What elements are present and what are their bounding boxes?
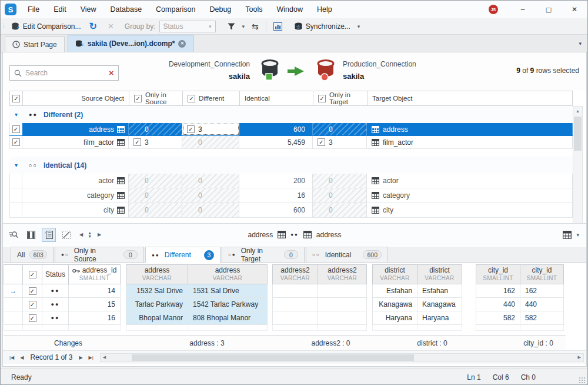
minimize-button[interactable]: – — [510, 1, 536, 18]
only-in-target-cell[interactable]: 0 — [313, 203, 367, 217]
column-status[interactable]: Status — [42, 264, 69, 284]
tab-only-in-source[interactable]: ●○ Only in Source 0 — [55, 247, 144, 262]
scrollbar-thumb[interactable] — [574, 117, 582, 151]
column-source-object[interactable]: Source Object — [22, 91, 129, 105]
address-target-cell[interactable]: 808 Bhopal Manor — [188, 311, 268, 325]
address-id-cell[interactable]: 15 — [69, 298, 121, 311]
column-only-in-target[interactable]: ✓Only in Target — [313, 91, 367, 105]
address-target-cell[interactable]: 1531 Sal Drive — [188, 284, 268, 298]
report-button[interactable] — [270, 21, 286, 32]
different-cell[interactable]: 0 — [182, 174, 239, 188]
address-source-cell[interactable]: Bhopal Manor — [126, 311, 188, 325]
tab-document[interactable]: sakila (Deve...ion).dcomp* ✕ — [68, 35, 194, 52]
tab-close-icon[interactable]: ✕ — [178, 40, 186, 48]
menu-window[interactable]: Window — [270, 3, 309, 16]
grid-view-icon[interactable] — [563, 231, 572, 239]
column-address-id[interactable]: address_id SMALLINT — [69, 264, 121, 284]
object-grid-scrollbar[interactable]: ▲ ▼ — [573, 106, 583, 238]
only-in-target-cell[interactable]: ✓3 — [313, 136, 367, 148]
column-district-target[interactable]: districtVARCHAR — [417, 264, 462, 284]
only-in-source-cell[interactable]: ✓3 — [129, 136, 182, 148]
column-address2-target[interactable]: address2VARCHAR — [318, 264, 367, 284]
address2-target-cell[interactable] — [318, 284, 367, 298]
city-id-source-cell[interactable]: 440 — [476, 298, 520, 311]
address2-source-cell[interactable] — [272, 284, 318, 298]
tab-only-in-target[interactable]: ○● Only in Target 0 — [222, 247, 305, 262]
only-in-source-cell[interactable]: 0 — [129, 174, 182, 188]
object-row-actor[interactable]: actor 0 0 200 0 actor — [9, 174, 573, 188]
refresh-icon[interactable]: ↻ — [85, 21, 102, 32]
search-clear-icon[interactable]: ✕ — [109, 69, 114, 77]
scroll-right-icon[interactable]: ▶ — [576, 355, 583, 360]
different-cell[interactable]: 0 — [182, 203, 239, 217]
edit-comparison-button[interactable]: Edit Comparison... — [8, 21, 85, 32]
user-avatar[interactable]: JS — [489, 5, 498, 14]
only-in-target-cell[interactable]: 0 — [313, 174, 367, 188]
identical-cell[interactable]: 200 — [239, 174, 313, 188]
column-only-in-source[interactable]: ✓Only in Source — [129, 91, 182, 105]
group-header-different[interactable]: ▾ ●● Different (2) — [9, 106, 573, 123]
object-row-city[interactable]: city 0 0 600 0 city — [9, 203, 573, 218]
source-object-cell[interactable]: actor — [22, 174, 129, 188]
column-city-id-source[interactable]: city_idSMALLINT — [476, 264, 520, 284]
synchronize-button[interactable]: Synchronize... — [290, 21, 354, 32]
prev-record-icon[interactable]: ◀ — [17, 355, 26, 360]
only-in-target-checkbox[interactable]: ✓ — [318, 95, 326, 102]
object-row-category[interactable]: category 0 0 16 0 category — [9, 188, 573, 203]
identical-cell[interactable]: 16 — [239, 188, 313, 203]
only-in-source-cell[interactable]: 0 — [129, 188, 182, 203]
row-checkbox-cell[interactable]: ✓ — [9, 136, 22, 148]
district-source-cell[interactable]: Haryana — [372, 311, 417, 325]
source-object-cell[interactable]: address — [22, 123, 129, 135]
city-id-target-cell[interactable]: 582 — [520, 311, 564, 325]
next-column-icon[interactable]: ▶ — [98, 232, 101, 237]
different-checkbox[interactable]: ✓ — [188, 95, 195, 102]
menu-debug[interactable]: Debug — [203, 3, 238, 16]
filter-button[interactable] — [224, 21, 239, 32]
tab-all[interactable]: All 603 — [11, 247, 54, 262]
record-checkbox-cell[interactable]: ✓ — [23, 298, 42, 311]
group-header-identical[interactable]: ▾ ○○ Identical (14) — [9, 157, 573, 174]
menu-help[interactable]: Help — [310, 3, 339, 16]
card-view-button[interactable] — [42, 228, 56, 242]
target-object-cell[interactable]: address — [367, 123, 573, 135]
next-record-icon[interactable]: ▶ — [76, 355, 85, 360]
different-cell[interactable]: 0 — [182, 136, 239, 148]
only-in-source-checkbox[interactable]: ✓ — [134, 95, 142, 102]
collapse-icon[interactable]: ▾ — [15, 162, 23, 168]
spin-down-icon[interactable]: ▼ — [88, 235, 92, 238]
row-checkbox-cell[interactable] — [9, 203, 22, 217]
filter-dropdown-icon[interactable]: ▾ — [239, 24, 249, 29]
identical-cell[interactable]: 5,459 — [239, 136, 313, 148]
menu-tools[interactable]: Tools — [239, 3, 269, 16]
record-spinner[interactable]: ▲ ▼ — [88, 231, 92, 238]
first-record-icon[interactable]: |◀ — [6, 355, 17, 360]
record-row[interactable]: ✓ ●● 15 Tarlac Parkway 1542 Tarlac Parkw… — [4, 298, 566, 311]
different-cell[interactable]: 0 — [182, 188, 239, 203]
scrollbar-thumb[interactable] — [132, 354, 414, 361]
target-object-cell[interactable]: city — [367, 203, 573, 217]
district-target-cell[interactable]: Haryana — [417, 311, 462, 325]
city-id-source-cell[interactable]: 162 — [476, 284, 520, 298]
only-in-source-cell[interactable]: 0 — [129, 203, 182, 217]
collapse-icon[interactable]: ▾ — [15, 111, 23, 118]
column-city-id-target[interactable]: city_idSMALLINT — [520, 264, 564, 284]
cancel-icon[interactable]: ✕ — [102, 22, 120, 31]
object-row-film-actor[interactable]: ✓ film_actor ✓3 0 5,459 ✓3 film_actor — [9, 136, 573, 149]
menu-view[interactable]: View — [74, 3, 103, 16]
record-row[interactable]: ✓ ●● 16 Bhopal Manor 808 Bhopal Manor Ha… — [4, 311, 566, 325]
row-only-in-source-checkbox[interactable]: ✓ — [133, 138, 141, 146]
menu-edit[interactable]: Edit — [47, 3, 73, 16]
resize-grip[interactable] — [579, 377, 585, 383]
source-object-cell[interactable]: category — [22, 188, 129, 203]
last-record-icon[interactable]: ▶| — [86, 355, 96, 360]
target-object-cell[interactable]: category — [367, 188, 573, 203]
row-checkbox-cell[interactable] — [9, 174, 22, 188]
object-row-address[interactable]: ✓ address 0 ✓3 600 0 address — [9, 123, 573, 136]
only-in-source-cell[interactable]: 0 — [129, 123, 182, 135]
district-source-cell[interactable]: Kanagawa — [372, 298, 417, 311]
row-different-checkbox[interactable]: ✓ — [187, 125, 195, 133]
menu-file[interactable]: File — [21, 3, 46, 16]
address-source-cell[interactable]: 1532 Sal Drive — [126, 284, 188, 298]
address-target-cell[interactable]: 1542 Tarlac Parkway — [188, 298, 268, 311]
